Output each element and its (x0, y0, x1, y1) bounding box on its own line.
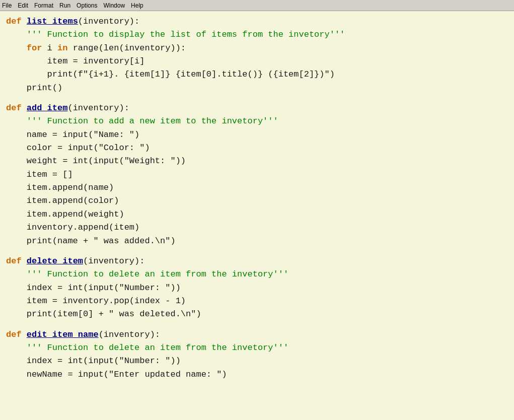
menu-format[interactable]: Format (34, 2, 53, 9)
code-line: item.append(weight) (6, 208, 508, 221)
code-line: index = int(input("Number: ")) (6, 355, 508, 368)
menu-bar: File Edit Format Run Options Window Help (0, 0, 514, 11)
code-line: def delete_item(inventory): (6, 255, 508, 268)
code-line: print(name + " was added.\n") (6, 235, 508, 248)
code-line: weight = int(input("Weight: ")) (6, 155, 508, 168)
code-line: newName = input("Enter updated name: ") (6, 368, 508, 381)
code-line: item = inventory[i] (6, 55, 508, 68)
code-line: def edit_item_name(inventory): (6, 328, 508, 341)
menu-window[interactable]: Window (103, 2, 125, 9)
code-area[interactable]: def list_items(inventory): ''' Function … (0, 11, 514, 420)
code-line: print(item[0] + " was deleted.\n") (6, 308, 508, 321)
code-line: item = inventory.pop(index - 1) (6, 295, 508, 308)
editor-container: File Edit Format Run Options Window Help… (0, 0, 514, 420)
code-line: print() (6, 82, 508, 95)
code-line: def list_items(inventory): (6, 15, 508, 28)
code-line: color = input("Color: ") (6, 142, 508, 155)
code-line: ''' Function to delete an item from the … (6, 268, 508, 281)
menu-run[interactable]: Run (59, 2, 70, 9)
code-line: item = [] (6, 168, 508, 181)
code-line: def add_item(inventory): (6, 102, 508, 115)
code-line: print(f"{i+1}. {item[1]} {item[0].title(… (6, 68, 508, 81)
menu-file[interactable]: File (2, 2, 12, 9)
menu-help[interactable]: Help (131, 2, 143, 9)
code-line: inventory.append(item) (6, 221, 508, 234)
menu-options[interactable]: Options (77, 2, 97, 9)
code-line: ''' Function to add a new item to the in… (6, 115, 508, 128)
code-line: for i in range(len(inventory)): (6, 42, 508, 55)
code-line: item.append(name) (6, 181, 508, 194)
code-line: ''' Function to delete an item from the … (6, 341, 508, 355)
code-line: name = input("Name: ") (6, 128, 508, 142)
code-line: item.append(color) (6, 194, 508, 207)
code-line: ''' Function to display the list of item… (6, 28, 508, 41)
menu-edit[interactable]: Edit (18, 2, 28, 9)
code-line: index = int(input("Number: ")) (6, 282, 508, 295)
